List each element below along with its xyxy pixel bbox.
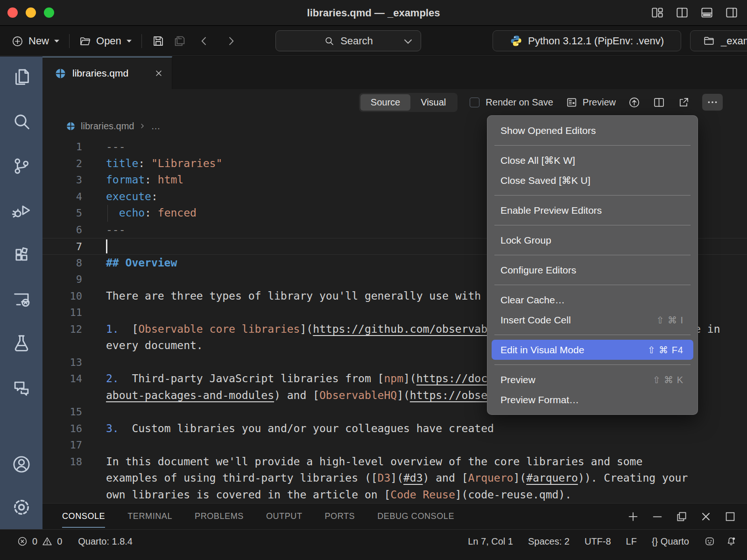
mode-visual-button[interactable]: Visual <box>410 94 456 111</box>
panel-tab-debug-console[interactable]: DEBUG CONSOLE <box>377 504 454 529</box>
menu-item-shortcut: ⇧ ⌘ I <box>656 315 684 326</box>
account-icon[interactable] <box>11 454 32 475</box>
menu-item-close-all-k-w[interactable]: Close All [⌘K W] <box>487 150 698 170</box>
layout-grid-icon[interactable] <box>650 6 664 20</box>
warning-count: 0 <box>57 536 62 547</box>
interpreter-label: Python 3.12.1 (PipEnv: .venv) <box>528 35 664 47</box>
close-icon[interactable] <box>699 510 712 523</box>
tab-label: libraries.qmd <box>72 68 128 79</box>
settings-icon[interactable] <box>11 497 32 518</box>
forward-icon[interactable] <box>225 35 237 47</box>
minimize-icon[interactable] <box>651 510 664 523</box>
panel-tab-output[interactable]: OUTPUT <box>266 504 303 529</box>
panel-tab-ports[interactable]: PORTS <box>325 504 355 529</box>
restore-icon[interactable] <box>675 510 688 523</box>
menu-item-preview-format[interactable]: Preview Format… <box>487 390 698 410</box>
render-on-save-label: Render on Save <box>486 97 553 108</box>
open-external-icon[interactable] <box>677 96 690 109</box>
close-icon[interactable] <box>154 69 163 78</box>
panel-tab-console[interactable]: CONSOLE <box>62 504 105 529</box>
menu-item-preview[interactable]: Preview⇧ ⌘ K <box>487 370 698 390</box>
preview-icon <box>565 96 578 109</box>
breadcrumb-file[interactable]: libraries.qmd <box>81 121 134 132</box>
feedback-status[interactable] <box>704 534 715 549</box>
search-icon <box>324 35 335 47</box>
tab-libraries-qmd[interactable]: libraries.qmd <box>42 56 172 89</box>
editor-action-bar: Source Visual Render on Save Preview <box>42 89 747 115</box>
language-mode-status[interactable]: {} Quarto <box>652 534 689 549</box>
panel-tab-terminal[interactable]: TERMINAL <box>127 504 172 529</box>
code-line-text: format: html <box>106 172 183 189</box>
indentation-status[interactable]: Spaces: 2 <box>528 534 570 549</box>
cursor-position-label: Ln 7, Col 1 <box>468 536 513 547</box>
toggle-secondary-sidebar-icon[interactable] <box>725 6 739 20</box>
python-logo-icon <box>510 35 522 47</box>
save-all-icon[interactable] <box>173 34 187 48</box>
menu-item-configure-editors[interactable]: Configure Editors <box>487 260 698 280</box>
menu-item-clear-cache[interactable]: Clear Cache… <box>487 290 698 310</box>
menu-item-close-saved-k-u[interactable]: Close Saved [⌘K U] <box>487 170 698 190</box>
new-button[interactable]: New <box>11 35 60 48</box>
menu-item-enable-preview-editors[interactable]: Enable Preview Editors <box>487 200 698 220</box>
remote-explorer-icon[interactable] <box>11 288 32 310</box>
toggle-panel-icon[interactable] <box>700 6 714 20</box>
split-editor-icon[interactable] <box>675 6 689 20</box>
more-actions-button[interactable] <box>702 94 723 111</box>
checkbox-icon[interactable] <box>470 98 479 107</box>
explorer-icon[interactable] <box>11 67 32 88</box>
line-number: 14 <box>42 371 82 387</box>
panel-actions <box>627 504 737 529</box>
line-number: 15 <box>42 404 82 420</box>
render-arrow-up-icon[interactable] <box>628 96 641 109</box>
search-icon[interactable] <box>11 111 32 133</box>
quarto-version-status[interactable]: Quarto: 1.8.4 <box>78 534 133 549</box>
cursor-position-status[interactable]: Ln 7, Col 1 <box>468 534 513 549</box>
interpreter-selector[interactable]: Python 3.12.1 (PipEnv: .venv) <box>493 30 681 51</box>
menu-item-lock-group[interactable]: Lock Group <box>487 230 698 250</box>
line-number: 18 <box>42 454 82 470</box>
chevron-down-icon <box>126 39 132 43</box>
feedback-smiley-icon <box>704 536 715 547</box>
problems-status[interactable]: 0 0 <box>17 534 62 549</box>
line-number: 16 <box>42 420 82 437</box>
search-placeholder: Search <box>340 35 373 47</box>
preview-button[interactable]: Preview <box>565 96 616 109</box>
run-debug-icon[interactable] <box>11 200 32 221</box>
panel-tab-problems[interactable]: PROBLEMS <box>195 504 244 529</box>
line-number: 5 <box>42 205 82 222</box>
menu-item-show-opened-editors[interactable]: Show Opened Editors <box>487 120 698 140</box>
line-number: 3 <box>42 172 82 189</box>
search-input[interactable]: Search <box>275 30 421 51</box>
source-control-icon[interactable] <box>11 155 32 177</box>
testing-icon[interactable] <box>11 333 32 354</box>
comments-icon[interactable] <box>11 377 32 399</box>
breadcrumb-ellipsis[interactable]: … <box>151 121 160 132</box>
panel-tabs: CONSOLETERMINALPROBLEMSOUTPUTPORTSDEBUG … <box>62 504 454 529</box>
open-button[interactable]: Open <box>79 35 132 48</box>
eol-status[interactable]: LF <box>626 534 637 549</box>
code-line-text: examples of using third-party libraries … <box>106 470 688 487</box>
menu-item-insert-code-cell[interactable]: Insert Code Cell⇧ ⌘ I <box>487 310 698 330</box>
project-selector[interactable]: _examples <box>690 30 747 51</box>
split-editor-icon[interactable] <box>653 96 665 109</box>
menu-separator <box>494 335 691 335</box>
notifications-status[interactable] <box>726 534 737 549</box>
code-line: 163. Custom libraries you and/or your co… <box>42 420 747 437</box>
menu-item-label: Clear Cache… <box>500 294 565 306</box>
encoding-status[interactable]: UTF-8 <box>585 534 611 549</box>
menu-item-label: Preview <box>500 374 536 385</box>
add-icon[interactable] <box>627 510 640 523</box>
save-icon[interactable] <box>151 34 165 48</box>
code-line-text: There are three types of library you'll … <box>106 288 533 305</box>
line-number: 13 <box>42 354 82 371</box>
back-icon[interactable] <box>198 35 210 47</box>
render-on-save-toggle[interactable]: Render on Save <box>470 97 553 108</box>
maximize-panel-icon[interactable] <box>724 510 737 523</box>
code-line-text: 3. Custom libraries you and/or your coll… <box>106 420 494 437</box>
toolbar-divider <box>141 34 142 48</box>
mode-source-button[interactable]: Source <box>360 94 410 111</box>
menu-item-edit-in-visual-mode[interactable]: Edit in Visual Mode⇧ ⌘ F4 <box>492 340 693 360</box>
code-line-text: echo: fenced <box>106 205 197 222</box>
code-line-text: --- <box>106 222 126 238</box>
extensions-icon[interactable] <box>11 244 32 266</box>
